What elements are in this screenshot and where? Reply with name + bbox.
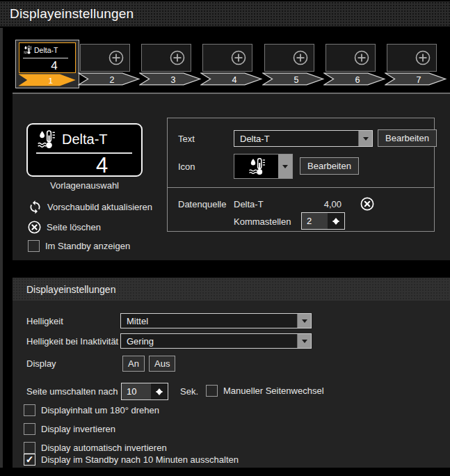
delete-page-button[interactable]: Seite löschen: [27, 220, 101, 235]
page-tab-6-number: 6: [355, 75, 360, 85]
icon-combobox[interactable]: [234, 154, 293, 179]
page-switch-spinner[interactable]: 10: [121, 383, 168, 400]
text-combobox-value: Delta-T: [234, 131, 358, 146]
page-tab-2[interactable]: [80, 44, 130, 72]
chevron-down-icon: [282, 165, 288, 171]
page-tab-5[interactable]: [264, 44, 314, 72]
edit-text-label: Bearbeiten: [385, 133, 429, 143]
datasource-value: 4,00: [286, 199, 341, 209]
brightness-value: Mittel: [121, 314, 297, 328]
x-circle-icon: [27, 220, 42, 235]
brightness-label: Helligkeit: [26, 316, 63, 326]
page-tab-1-chevron: 1: [17, 74, 77, 86]
brightness-inactivity-combobox[interactable]: Gering: [120, 333, 312, 349]
thumbnail-divider: [23, 58, 68, 58]
display-settings-title: Displayeinstellungen: [26, 284, 115, 295]
standby-show-row: Im Standby anzeigen: [28, 240, 130, 252]
datasource-name: Delta-T: [234, 199, 264, 209]
edit-icon-label: Bearbeiten: [307, 161, 351, 171]
page-tab-1-thumbnail: Delta-T 4: [19, 42, 76, 73]
add-page-icon: [414, 49, 432, 67]
edit-text-button[interactable]: Bearbeiten: [378, 129, 437, 147]
page-tab-7-chevron[interactable]: 7: [385, 72, 447, 86]
auto-invert-row: Display automatisch invertieren: [24, 442, 167, 454]
invert-display-row: Display invertieren: [24, 423, 115, 435]
edit-icon-button[interactable]: Bearbeiten: [300, 157, 359, 175]
display-preview: Delta-T 4: [26, 123, 143, 177]
add-page-icon: [291, 49, 310, 67]
display-off-label: Aus: [154, 358, 170, 369]
display-label: Display: [26, 358, 56, 369]
icon-combobox-preview: [234, 154, 278, 178]
thermometer-icon: [248, 157, 266, 175]
page-tab-5-chevron[interactable]: 5: [262, 72, 325, 86]
page-properties-group: Text Delta-T Bearbeiten Icon Bearbeiten …: [167, 118, 435, 232]
template-caption: Vorlagenauswahl: [26, 180, 143, 191]
decimals-spinner-buttons[interactable]: [328, 213, 344, 229]
spin-down-icon: [156, 391, 163, 399]
icon-combobox-arrow[interactable]: [278, 154, 292, 178]
chevron-down-icon: [302, 340, 307, 346]
page-tab-5-number: 5: [294, 75, 299, 85]
page-switch-spinner-buttons[interactable]: [151, 383, 168, 399]
text-combobox[interactable]: Delta-T: [234, 130, 373, 147]
invert-display-checkbox[interactable]: [24, 423, 35, 435]
thermometer-icon: [36, 129, 56, 149]
spin-down-icon: [332, 221, 339, 228]
window-title: Displayeinstellungen: [10, 6, 134, 22]
display-settings-window: Displayeinstellungen Delta-T 4 1 2 3: [0, 0, 450, 476]
brightness-combobox[interactable]: Mittel: [120, 313, 312, 328]
brightness-inactivity-value: Gering: [121, 334, 297, 348]
manual-switch-checkbox[interactable]: [206, 385, 218, 397]
add-page-icon: [353, 49, 371, 67]
display-settings-header: Displayeinstellungen: [13, 278, 450, 301]
rotate-180-label: Displayinhalt um 180° drehen: [41, 405, 159, 415]
page-switch-label: Seite umschalten nach: [26, 386, 118, 397]
page-tab-2-chevron[interactable]: 2: [78, 72, 140, 86]
text-combobox-arrow[interactable]: [358, 131, 372, 146]
thumbnail-value: 4: [26, 59, 82, 73]
page-tab-7[interactable]: [387, 44, 437, 72]
add-page-icon: [230, 49, 248, 67]
manual-switch-row: Manueller Seitenwechsel: [206, 385, 324, 397]
datasource-label: Datenquelle: [178, 199, 226, 209]
display-on-label: An: [128, 358, 139, 369]
page-tab-1[interactable]: Delta-T 4 1: [15, 40, 79, 88]
display-off-button[interactable]: Aus: [149, 356, 175, 372]
icon-field-label: Icon: [178, 161, 195, 172]
delete-page-label: Seite löschen: [47, 222, 101, 232]
page-settings-panel: Delta-T 4 Vorlagenauswahl Vorschaubild a…: [13, 93, 450, 260]
decimals-value: 2: [302, 213, 328, 229]
window-left-edge: [0, 28, 3, 468]
auto-invert-checkbox[interactable]: [24, 442, 35, 454]
brightness-inactivity-combobox-arrow[interactable]: [297, 334, 311, 348]
page-tab-7-number: 7: [417, 75, 421, 85]
brightness-inactivity-label: Helligkeit bei Inaktivität: [26, 336, 118, 347]
auto-invert-label: Display automatisch invertieren: [41, 443, 167, 453]
refresh-icon: [28, 200, 42, 214]
page-switch-value: 10: [122, 383, 151, 399]
page-tab-4[interactable]: [202, 44, 252, 72]
page-tab-6-chevron[interactable]: 6: [323, 72, 386, 86]
rotate-180-checkbox[interactable]: [24, 404, 35, 416]
page-tab-3-number: 3: [171, 75, 176, 85]
chevron-down-icon: [302, 319, 307, 326]
brightness-combobox-arrow[interactable]: [297, 314, 311, 328]
page-tab-3[interactable]: [141, 44, 191, 72]
refresh-preview-label: Vorschaubild aktualisieren: [47, 202, 152, 212]
invert-display-label: Display invertieren: [41, 424, 115, 434]
thermometer-icon: [23, 45, 32, 54]
page-tab-1-number: 1: [48, 76, 53, 86]
decimals-spinner[interactable]: 2: [301, 212, 345, 230]
decimals-label: Kommastellen: [234, 216, 291, 227]
refresh-preview-button[interactable]: Vorschaubild aktualisieren: [28, 200, 152, 214]
page-tab-6[interactable]: [326, 44, 376, 72]
page-tab-4-chevron[interactable]: 4: [200, 72, 263, 86]
standby-off-checkbox[interactable]: ✓: [24, 454, 35, 466]
page-tab-3-chevron[interactable]: 3: [139, 72, 202, 86]
chevron-down-icon: [363, 137, 369, 143]
manual-switch-label: Manueller Seitenwechsel: [223, 386, 324, 396]
standby-show-checkbox[interactable]: [28, 240, 40, 252]
remove-datasource-icon[interactable]: [360, 196, 375, 212]
display-on-button[interactable]: An: [122, 356, 145, 372]
